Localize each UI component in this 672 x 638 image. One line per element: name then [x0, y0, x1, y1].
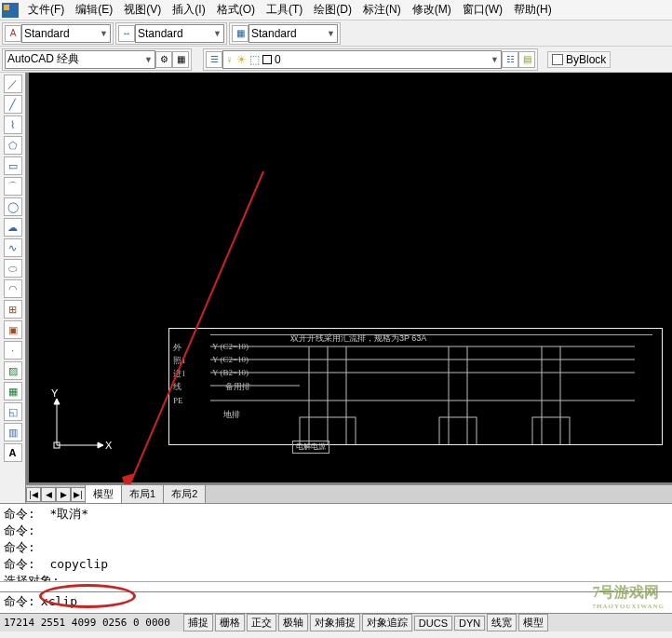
canvas-container: 双开开线采用汇流排，规格为3P 63A 外 Y (C2=10) 照1 Y (C2…	[26, 73, 672, 503]
command-input[interactable]	[41, 594, 668, 608]
chevron-down-icon: ▼	[213, 29, 222, 38]
status-dyn[interactable]: DYN	[454, 616, 485, 631]
workspace-save-icon[interactable]: ▦	[172, 51, 189, 68]
app-logo-icon	[2, 3, 19, 18]
mtext-icon[interactable]: A	[4, 443, 22, 462]
status-snap[interactable]: 捕捉	[183, 614, 213, 631]
bulb-on-icon: ♀	[225, 53, 234, 66]
menu-window[interactable]: 窗口(W)	[457, 0, 508, 20]
svg-text:Y: Y	[51, 389, 59, 399]
gradient-icon[interactable]: ▦	[4, 382, 22, 400]
polyline-icon[interactable]: ⌇	[4, 115, 22, 134]
command-prompt: 命令:	[4, 593, 35, 610]
byblock-label: ByBlock	[566, 53, 606, 66]
drawing-content: 双开开线采用汇流排，规格为3P 63A 外 Y (C2=10) 照1 Y (C2…	[168, 328, 663, 445]
tablestyle-dropdown[interactable]: Standard▼	[249, 24, 338, 43]
command-input-line: 命令:	[0, 591, 672, 610]
main-area: ／ ╱ ⌇ ⬠ ▭ ⌒ ◯ ☁ ∿ ⬭ ◠ ⊞ ▣ · ▨ ▦ ◱ ▥ A 双开…	[0, 73, 672, 503]
tab-nav-next[interactable]: ▶	[56, 487, 71, 502]
checkbox-icon	[552, 54, 563, 65]
menu-dimension[interactable]: 标注(N)	[357, 0, 407, 20]
svg-marker-16	[98, 442, 103, 448]
drawing-canvas[interactable]: 双开开线采用汇流排，规格为3P 63A 外 Y (C2=10) 照1 Y (C2…	[29, 73, 672, 482]
toolbar-styles: A Standard▼ ↔ Standard▼ ▦ Standard▼	[0, 20, 672, 47]
status-lwt[interactable]: 线宽	[487, 614, 517, 631]
status-polar[interactable]: 极轴	[278, 614, 308, 631]
circle-icon[interactable]: ◯	[4, 197, 22, 216]
tab-model[interactable]: 模型	[85, 484, 122, 504]
table-icon[interactable]: ▥	[4, 423, 22, 441]
tablestyle-value: Standard	[251, 27, 297, 40]
menu-edit[interactable]: 编辑(E)	[70, 0, 118, 20]
workspace-settings-icon[interactable]: ⚙	[155, 51, 172, 68]
svg-marker-18	[54, 399, 60, 404]
polygon-icon[interactable]: ⬠	[4, 136, 22, 155]
status-grid[interactable]: 栅格	[215, 614, 245, 631]
layer-dropdown[interactable]: ♀ ☀ ⬚ 0 ▼	[222, 50, 502, 69]
schematic-lines	[169, 329, 662, 444]
svg-rect-13	[439, 417, 477, 444]
spline-icon[interactable]: ∿	[4, 238, 22, 257]
chevron-down-icon: ▼	[491, 55, 499, 64]
ellipse-icon[interactable]: ⬭	[4, 259, 22, 278]
arc-icon[interactable]: ⌒	[4, 177, 22, 196]
chevron-down-icon: ▼	[327, 29, 335, 38]
menu-view[interactable]: 视图(V)	[118, 0, 167, 20]
textstyle-icon[interactable]: A	[5, 25, 21, 42]
menu-tools[interactable]: 工具(T)	[261, 0, 308, 20]
layer-name: 0	[275, 53, 281, 66]
tab-layout2[interactable]: 布局2	[163, 484, 206, 504]
command-history[interactable]: 命令: *取消* 命令: 命令: 命令: copyclip 选择对象:	[0, 504, 672, 582]
ucs-icon: X Y	[47, 389, 113, 455]
color-swatch-icon	[262, 55, 272, 64]
menu-modify[interactable]: 修改(M)	[407, 0, 457, 20]
insertblock-icon[interactable]: ⊞	[4, 300, 22, 319]
sun-icon: ☀	[236, 53, 247, 66]
tablestyle-icon[interactable]: ▦	[232, 25, 249, 42]
workspace-value: AutoCAD 经典	[7, 51, 79, 67]
tab-nav-first[interactable]: |◀	[26, 487, 41, 502]
status-otrack[interactable]: 对象追踪	[362, 614, 412, 631]
status-model[interactable]: 模型	[518, 614, 548, 631]
status-coords: 17214 2551 4099 0256 0 0000	[4, 617, 170, 629]
byblock-toggle[interactable]: ByBlock	[547, 51, 611, 68]
menu-file[interactable]: 文件(F)	[22, 0, 70, 20]
status-ortho[interactable]: 正交	[247, 614, 276, 631]
chevron-down-icon: ▼	[144, 55, 153, 64]
layer-filter-icon[interactable]: ▤	[518, 51, 535, 68]
menu-bar: 文件(F) 编辑(E) 视图(V) 插入(I) 格式(O) 工具(T) 绘图(D…	[0, 0, 672, 20]
status-bar: 17214 2551 4099 0256 0 0000 捕捉 栅格 正交 极轴 …	[0, 613, 672, 631]
rectangle-icon[interactable]: ▭	[4, 156, 22, 175]
revcloud-icon[interactable]: ☁	[4, 218, 22, 237]
menu-insert[interactable]: 插入(I)	[167, 0, 210, 20]
layout-tabbar: |◀ ◀ ▶ ▶| 模型 布局1 布局2	[26, 484, 672, 503]
textstyle-dropdown[interactable]: Standard▼	[21, 24, 111, 43]
draw-toolbar: ／ ╱ ⌇ ⬠ ▭ ⌒ ◯ ☁ ∿ ⬭ ◠ ⊞ ▣ · ▨ ▦ ◱ ▥ A	[0, 73, 26, 503]
status-osnap[interactable]: 对象捕捉	[310, 614, 360, 631]
tab-nav-prev[interactable]: ◀	[41, 487, 56, 502]
hatch-icon[interactable]: ▨	[4, 361, 22, 380]
svg-rect-14	[532, 417, 570, 444]
menu-help[interactable]: 帮助(H)	[508, 0, 558, 20]
makeblock-icon[interactable]: ▣	[4, 320, 22, 339]
point-icon[interactable]: ·	[4, 341, 22, 360]
layerprops-icon[interactable]: ☰	[206, 51, 222, 68]
tab-layout1[interactable]: 布局1	[121, 484, 164, 504]
tab-nav-last[interactable]: ▶|	[71, 487, 86, 502]
command-area: 命令: *取消* 命令: 命令: 命令: copyclip 选择对象: 命令:	[0, 503, 672, 613]
dimstyle-dropdown[interactable]: Standard▼	[135, 24, 224, 43]
line-icon[interactable]: ／	[4, 75, 22, 93]
menu-format[interactable]: 格式(O)	[211, 0, 261, 20]
region-icon[interactable]: ◱	[4, 402, 22, 421]
layer-states-icon[interactable]: ☷	[502, 51, 518, 68]
status-ducs[interactable]: DUCS	[414, 616, 452, 631]
dimstyle-icon[interactable]: ↔	[118, 25, 135, 42]
unlock-icon: ⬚	[249, 53, 260, 66]
menu-draw[interactable]: 绘图(D)	[308, 0, 357, 20]
xline-icon[interactable]: ╱	[4, 95, 22, 114]
chevron-down-icon: ▼	[100, 29, 108, 38]
ellipsearc-icon[interactable]: ◠	[4, 279, 22, 298]
workspace-dropdown[interactable]: AutoCAD 经典▼	[5, 50, 155, 69]
toolbar-workspace: AutoCAD 经典▼ ⚙ ▦ ☰ ♀ ☀ ⬚ 0 ▼ ☷ ▤ ByBlock	[0, 47, 672, 73]
svg-text:X: X	[105, 440, 113, 451]
